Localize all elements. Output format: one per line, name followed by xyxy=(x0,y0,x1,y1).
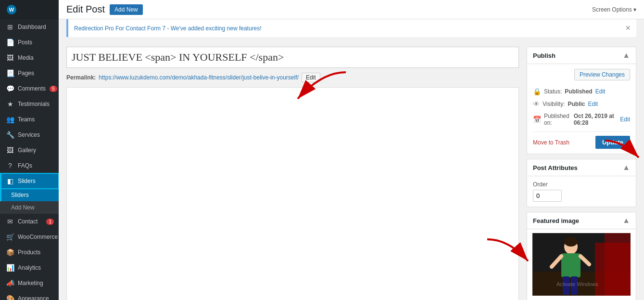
sidebar-item-label: Products xyxy=(18,249,40,256)
notice-link[interactable]: Redirection Pro For Contact Form 7 - We'… xyxy=(74,25,262,32)
products-icon: 📦 xyxy=(6,248,14,256)
permalink-edit-button[interactable]: Edit xyxy=(302,73,320,82)
notice-close-button[interactable]: × xyxy=(625,23,631,33)
sidebar-item-services[interactable]: 🔧 Services xyxy=(0,127,59,143)
sidebar-item-label: Testimonials xyxy=(18,101,50,107)
sliders-icon: ◧ xyxy=(6,177,14,185)
sidebar-item-label: Marketing xyxy=(18,280,43,287)
featured-image-svg: Activate Windows xyxy=(531,233,632,296)
sidebar-logo[interactable]: W xyxy=(0,0,59,19)
comments-icon: 💬 xyxy=(6,85,14,92)
preview-changes-button[interactable]: Preview Changes xyxy=(574,69,630,80)
sidebar-subitem-sliders[interactable]: Sliders xyxy=(0,189,59,201)
sidebar-item-sliders[interactable]: ◧ Sliders xyxy=(0,173,59,189)
publish-metabox-body: Preview Changes 🔒 Status: Published Edit… xyxy=(527,64,636,154)
svg-text:Activate Windows: Activate Windows xyxy=(556,281,598,287)
post-attributes-metabox: Post Attributes ▲ Order xyxy=(527,159,636,207)
sidebar-item-products[interactable]: 📦 Products xyxy=(0,245,59,260)
post-title-input[interactable] xyxy=(66,47,519,68)
sidebar-item-marketing[interactable]: 📣 Marketing xyxy=(0,275,59,291)
pages-icon: 📃 xyxy=(6,69,14,77)
sidebar-item-woocommerce[interactable]: 🛒 WooCommerce xyxy=(0,229,59,245)
svg-point-11 xyxy=(564,237,578,247)
published-edit-link[interactable]: Edit xyxy=(620,116,630,123)
faqs-icon: ? xyxy=(6,162,14,170)
sidebar-item-comments[interactable]: 💬 Comments 5 xyxy=(0,81,59,96)
publish-actions: Move to Trash Update xyxy=(533,131,630,149)
sidebar-subitem-label: Add New xyxy=(11,204,35,211)
sidebar-item-label: Dashboard xyxy=(18,24,46,30)
screen-options-button[interactable]: Screen Options ▾ xyxy=(592,6,636,13)
sidebar-item-label: FAQs xyxy=(18,162,32,169)
page-title: Edit Post xyxy=(66,4,105,15)
sidebar-item-teams[interactable]: 👥 Teams xyxy=(0,112,59,127)
sidebar-item-appearance[interactable]: 🎨 Appearance xyxy=(0,291,59,300)
visibility-row: 👁 Visibility: Public Edit xyxy=(533,98,630,110)
sidebar-item-posts[interactable]: 📄 Posts xyxy=(0,35,59,50)
visibility-edit-link[interactable]: Edit xyxy=(588,101,598,107)
content-header: Edit Post Add New Screen Options ▾ xyxy=(59,0,644,19)
visibility-value: Public xyxy=(568,101,585,107)
status-edit-link[interactable]: Edit xyxy=(595,88,606,95)
sidebar-subitem-add-new[interactable]: Add New xyxy=(0,201,59,214)
featured-image-body: Activate Windows Click the image to edit… xyxy=(527,229,636,300)
sidebar-item-faqs[interactable]: ? FAQs xyxy=(0,158,59,173)
publish-toggle-icon[interactable]: ▲ xyxy=(622,51,630,60)
update-button[interactable]: Update xyxy=(595,136,630,149)
teams-icon: 👥 xyxy=(6,116,14,123)
add-new-button[interactable]: Add New xyxy=(110,4,143,15)
move-to-trash-link[interactable]: Move to Trash xyxy=(533,139,569,146)
appearance-icon: 🎨 xyxy=(6,295,14,300)
featured-image-container[interactable]: Activate Windows xyxy=(531,233,632,297)
sliders-submenu: Sliders Add New xyxy=(0,189,59,214)
post-attributes-header[interactable]: Post Attributes ▲ xyxy=(527,159,636,176)
sidebar-item-contact[interactable]: ✉ Contact 1 xyxy=(0,214,59,229)
sidebar-item-label: Teams xyxy=(18,116,35,123)
editor-area: Permalink: https://www.luzukdemo.com/dem… xyxy=(66,47,519,300)
testimonials-icon: ★ xyxy=(6,100,14,108)
status-label: Status: xyxy=(544,88,562,95)
published-value: Oct 26, 2019 at 06:28 xyxy=(574,113,618,126)
svg-rect-4 xyxy=(605,233,631,296)
featured-image-metabox: Featured image ▲ xyxy=(527,212,636,300)
post-attributes-body: Order xyxy=(527,176,636,207)
publish-metabox-header[interactable]: Publish ▲ xyxy=(527,47,636,64)
sidebar-item-gallery[interactable]: 🖼 Gallery xyxy=(0,143,59,158)
sidebar-item-media[interactable]: 🖼 Media xyxy=(0,50,59,65)
right-sidebar: Publish ▲ Preview Changes 🔒 Status: Publ… xyxy=(527,47,636,300)
status-value: Published xyxy=(565,88,592,95)
woocommerce-icon: 🛒 xyxy=(6,233,14,241)
post-attributes-title: Post Attributes xyxy=(533,164,578,171)
sidebar-item-label: Comments xyxy=(18,85,46,92)
svg-rect-6 xyxy=(561,253,581,277)
featured-image-header[interactable]: Featured image ▲ xyxy=(527,212,636,229)
status-row: 🔒 Status: Published Edit xyxy=(533,85,630,98)
notice-bar: Redirection Pro For Contact Form 7 - We'… xyxy=(66,19,636,37)
main-content: Edit Post Add New Screen Options ▾ Redir… xyxy=(59,0,644,300)
marketing-icon: 📣 xyxy=(6,279,14,287)
permalink-row: Permalink: https://www.luzukdemo.com/dem… xyxy=(66,73,519,82)
sidebar-item-label: Posts xyxy=(18,39,32,46)
sidebar-item-testimonials[interactable]: ★ Testimonials xyxy=(0,96,59,112)
contact-icon: ✉ xyxy=(6,218,14,225)
post-attributes-toggle-icon[interactable]: ▲ xyxy=(622,163,630,172)
comments-badge: 5 xyxy=(50,86,57,92)
sidebar-item-label: Sliders xyxy=(18,178,36,184)
published-label: Published on: xyxy=(544,113,571,126)
permalink-url[interactable]: https://www.luzukdemo.com/demo/akhada-fi… xyxy=(99,74,299,81)
analytics-icon: 📊 xyxy=(6,264,14,272)
media-icon: 🖼 xyxy=(6,54,14,62)
featured-image-toggle-icon[interactable]: ▲ xyxy=(622,216,630,225)
published-row: 📅 Published on: Oct 26, 2019 at 06:28 Ed… xyxy=(533,110,630,129)
sidebar-item-analytics[interactable]: 📊 Analytics xyxy=(0,260,59,275)
sidebar-item-label: Appearance xyxy=(18,295,49,300)
sidebar-item-dashboard[interactable]: ⊞ Dashboard xyxy=(0,19,59,35)
permalink-label: Permalink: xyxy=(66,74,96,81)
sidebar-item-pages[interactable]: 📃 Pages xyxy=(0,65,59,81)
order-input[interactable] xyxy=(533,190,562,202)
featured-image-title: Featured image xyxy=(533,217,579,224)
sidebar-subitem-label: Sliders xyxy=(11,192,29,198)
calendar-icon: 📅 xyxy=(533,116,541,123)
editor-body[interactable] xyxy=(66,87,519,300)
contact-badge: 1 xyxy=(46,219,54,225)
